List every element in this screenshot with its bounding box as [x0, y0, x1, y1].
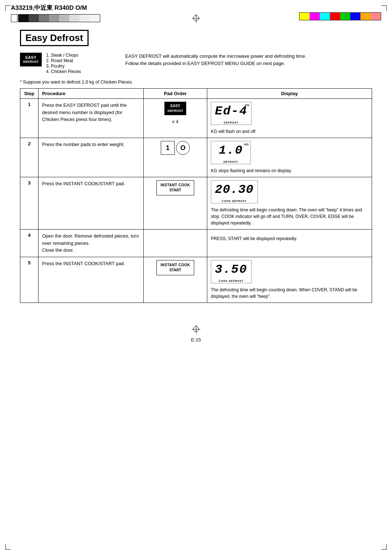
lcd-display-3: 20.30 COOK DEFROST [211, 180, 258, 203]
step-number-3: 3 [20, 177, 38, 230]
menu-item-3: 3. Poultry [46, 64, 81, 69]
document-title: A33219,中近東 R340D O/M [11, 4, 185, 12]
pad-order-3: INSTANT COOK START [144, 177, 207, 230]
procedure-1: Press the EASY DEFROST pad until the des… [38, 99, 144, 138]
display-desc-2: KG stops flashing and remains on display… [211, 167, 368, 174]
intro-section: EASY DEFROST 1. Steak / Chops 2. Roast M… [20, 53, 372, 74]
lcd-display-2: 1.0 KG DEFROST [211, 141, 251, 164]
table-row: 4 Open the door. Remove defrosted pieces… [20, 230, 372, 257]
corner-mark-bl [5, 544, 11, 550]
display-4: PRESS, START will be displayed repeatedl… [207, 230, 372, 257]
procedure-3: Press the INSTANT COOK/START pad. [38, 177, 144, 230]
corner-mark-br [381, 544, 387, 550]
instant-cook-label-5: INSTANT COOK [160, 263, 190, 268]
procedure-5: Press the INSTANT COOK/START pad. [38, 257, 144, 303]
start-label: START [160, 188, 190, 193]
instant-cook-label: INSTANT COOK [160, 183, 190, 188]
intro-left: EASY DEFROST 1. Steak / Chops 2. Roast M… [20, 53, 114, 74]
pad-order-2: 1 O [144, 138, 207, 177]
pad-order-4 [144, 230, 207, 257]
instant-cook-start-pad-5[interactable]: INSTANT COOK START [156, 260, 194, 275]
note-text: * Suppose you want to defrost 1.0 kg of … [20, 80, 372, 85]
lcd-display-1: E​d-4 KG DEFROST [211, 102, 252, 125]
easy-label: EASY [23, 55, 39, 60]
col-pad-order: Pad Order [144, 89, 207, 99]
step-number-4: 4 [20, 230, 38, 257]
key-1: 1 [161, 141, 175, 155]
menu-item-4: 4. Chicken Pieces [46, 69, 81, 74]
table-row: 3 Press the INSTANT COOK/START pad. INST… [20, 177, 372, 230]
header: A33219,中近東 R340D O/M [0, 0, 392, 23]
pad-order-5: INSTANT COOK START [144, 257, 207, 303]
procedure-4: Open the door. Remove defrosted pieces, … [38, 230, 144, 257]
instant-cook-start-pad[interactable]: INSTANT COOK START [156, 180, 194, 195]
menu-list: 1. Steak / Chops 2. Roast Meat 3. Poultr… [46, 53, 81, 74]
table-row: 2 Press the number pads to enter weight.… [20, 138, 372, 177]
menu-item-2: 2. Roast Meat [46, 58, 81, 63]
start-label-5: START [160, 268, 190, 273]
display-desc-5: The defrosting time will begin counting … [211, 287, 368, 300]
display-1: E​d-4 KG DEFROST KG will flash on and of… [207, 99, 372, 138]
display-2: 1.0 KG DEFROST KG stops flashing and rem… [207, 138, 372, 177]
page-content: Easy Defrost EASY DEFROST 1. Steak / Cho… [0, 23, 392, 310]
step-number-5: 5 [20, 257, 38, 303]
col-step: Step [20, 89, 38, 99]
x4-label: x 4 [172, 119, 178, 124]
display-desc-4: PRESS, START will be displayed repeatedl… [211, 235, 368, 242]
col-display: Display [207, 89, 372, 99]
instruction-table: Step Procedure Pad Order Display 1 Press… [20, 88, 372, 303]
numpad-display: 1 O [147, 141, 203, 155]
display-3: 20.30 COOK DEFROST The defrosting time w… [207, 177, 372, 230]
display-desc-3: The defrosting time will begin counting … [211, 207, 368, 226]
page-number: E-15 [0, 337, 392, 343]
pad-order-1: EASY DEFROST x 4 [144, 99, 207, 138]
easy-defrost-button-intro: EASY DEFROST [20, 53, 42, 66]
page-footer: E-15 [0, 325, 392, 350]
easy-defrost-pad-1: EASY DEFROST [164, 102, 186, 115]
procedure-2: Press the number pads to enter weight. [38, 138, 144, 177]
step-number-2: 2 [20, 138, 38, 177]
intro-description: EASY DEFROST will automatically compute … [125, 53, 372, 67]
table-row: 1 Press the EASY DEFROST pad until the d… [20, 99, 372, 138]
bottom-crosshair [192, 325, 200, 333]
corner-mark-tl [5, 5, 11, 11]
table-row: 5 Press the INSTANT COOK/START pad. INST… [20, 257, 372, 303]
menu-item-1: 1. Steak / Chops [46, 53, 81, 58]
center-crosshair [192, 14, 200, 23]
lcd-display-5: 3.50 COOK DEFROST [211, 260, 252, 283]
page-title: Easy Defrost [20, 30, 89, 46]
display-desc-1: KG will flash on and off. [211, 128, 368, 135]
display-5: 3.50 COOK DEFROST The defrosting time wi… [207, 257, 372, 303]
defrost-label: DEFROST [23, 60, 39, 64]
col-procedure: Procedure [38, 89, 144, 99]
step-number-1: 1 [20, 99, 38, 138]
corner-mark-tr [381, 5, 387, 11]
key-0: O [176, 141, 190, 155]
